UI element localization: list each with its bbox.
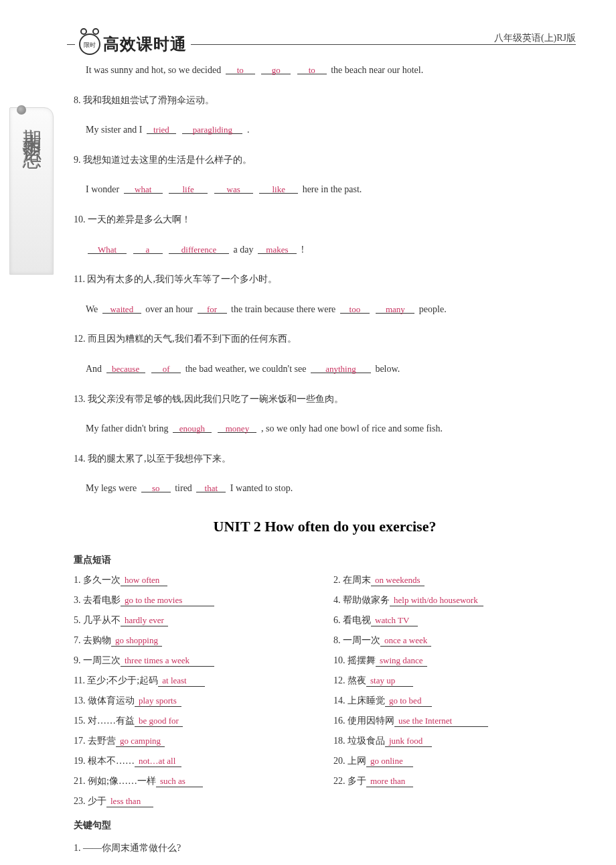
phrase-item: 10. 摇摆舞swing dance (333, 655, 576, 667)
phrase-zh: 在周末 (343, 575, 371, 585)
phrase-answer: help with/do housework (390, 595, 483, 606)
phrase-answer: go shopping (111, 635, 162, 647)
phrase-num: 2. (333, 575, 343, 585)
phrase-answer: hardly ever (121, 615, 168, 626)
phrase-item: 20. 上网go online (333, 755, 576, 767)
blank: tried (147, 122, 176, 134)
phrase-item: 18. 垃圾食品junk food (333, 735, 576, 747)
phrase-item: 2. 在周末on weekends (333, 574, 576, 586)
phrase-answer: junk food (385, 736, 432, 747)
item-9-en: I wonder what life was like here in the … (74, 181, 576, 199)
phrase-num: 5. (74, 615, 83, 625)
phrase-num: 17. (74, 736, 88, 746)
phrase-answer: be good for (135, 716, 183, 727)
blank: for (198, 302, 227, 314)
blank: enough (173, 421, 212, 433)
phrase-num: 8. (333, 635, 343, 645)
en-after: ! (301, 245, 304, 255)
phrase-answer: go to bed (385, 695, 432, 707)
phrase-answer: go online (366, 756, 413, 767)
en-before: My father didn't bring (86, 423, 168, 434)
unit-title: UNIT 2 How often do you exercise? (74, 518, 576, 535)
phrase-answer: once a week (380, 635, 431, 647)
header-right-label: 八年级英语(上)RJ版 (494, 32, 576, 44)
item-10-en: What a difference a day makes ! (74, 241, 576, 259)
phrase-zh: 少于 (88, 796, 106, 806)
phrase-item: 5. 几乎从不hardly ever (74, 614, 316, 626)
phrase-zh: 上床睡觉 (348, 695, 385, 706)
phrase-item: 23. 少于less than (74, 795, 316, 807)
item-11-zh: 11. 因为有太多的人,我们等火车等了一个多小时。 (74, 271, 576, 289)
blank: makes (258, 242, 297, 254)
blank: go (261, 62, 291, 74)
clock-icon: 限时 (79, 34, 100, 55)
en-before: I wonder (86, 184, 119, 194)
item-num: 12 (74, 334, 83, 344)
phrase-item: 9. 一周三次three times a week (74, 655, 316, 667)
item-8-en: My sister and I tried paragliding . (74, 121, 576, 139)
blank: What (88, 242, 127, 254)
phrase-item: 6. 看电视watch TV (333, 614, 576, 626)
intro-line: It was sunny and hot, so we decided to g… (74, 62, 576, 80)
phrase-num: 1. (74, 575, 83, 585)
intro-before: It was sunny and hot, so we decided (86, 65, 221, 75)
phrase-answer: go to the movies (121, 595, 214, 606)
phrase-num: 23. (74, 796, 88, 806)
phrase-item: 14. 上床睡觉go to bed (333, 695, 576, 707)
en-after: people. (419, 304, 447, 314)
item-8-zh: 8. 我和我姐姐尝试了滑翔伞运动。 (74, 92, 576, 110)
side-tab-text: 期末知识汇总 (19, 115, 44, 139)
brand-logo: 限时 高效课时通 (75, 34, 191, 55)
item-14-en: My legs were so tired that I wanted to s… (74, 480, 576, 498)
blank: was (214, 182, 253, 194)
phrase-num: 22. (333, 776, 348, 786)
item-num: 10 (74, 214, 83, 224)
phrase-num: 11. (74, 675, 87, 685)
phrase-zh: 去野营 (88, 736, 116, 746)
blank: to (226, 62, 255, 74)
blank: because (106, 361, 145, 373)
phrase-answer: stay up (366, 675, 413, 687)
phrase-item: 19. 根本不……not…at all (74, 755, 316, 767)
en-mid: over an hour (145, 304, 193, 314)
blank: waited (102, 302, 141, 314)
phrase-num: 13. (74, 695, 88, 706)
item-zh: 我父亲没有带足够的钱,因此我们只吃了一碗米饭和一些鱼肉。 (88, 394, 343, 404)
phrase-zh: 使用因特网 (348, 716, 394, 726)
phrase-zh: 多久一次 (83, 575, 121, 585)
phrase-item: 1. 多久一次how often (74, 574, 316, 586)
phrase-num: 18. (333, 736, 348, 746)
phrase-zh: 熬夜 (348, 675, 366, 685)
phrase-num: 6. (333, 615, 343, 625)
intro-after: the beach near our hotel. (331, 65, 423, 75)
item-14-zh: 14. 我的腿太累了,以至于我想停下来。 (74, 450, 576, 468)
item-zh: 因为有太多的人,我们等火车等了一个多小时。 (87, 274, 277, 284)
phrase-zh: 一周一次 (343, 635, 380, 645)
q1-zh-q: 1. ——你周末通常做什么? (74, 840, 576, 858)
phrase-answer: how often (121, 575, 167, 586)
phrase-zh: 摇摆舞 (348, 655, 376, 665)
brand-text: 高效课时通 (103, 34, 187, 55)
phrase-item: 4. 帮助做家务help with/do housework (333, 594, 576, 606)
item-9-zh: 9. 我想知道过去这里的生活是什么样子的。 (74, 151, 576, 170)
en-mid: the bad weather, we couldn't see (185, 364, 307, 374)
en-before: And (86, 364, 102, 374)
phrase-num: 10. (333, 655, 348, 665)
item-12-zh: 12. 而且因为糟糕的天气,我们看不到下面的任何东西。 (74, 330, 576, 348)
blank: difference (169, 242, 229, 254)
item-num: 11 (74, 274, 82, 284)
phrase-item: 11. 至少;不少于;起码at least (74, 675, 316, 687)
phrase-num: 3. (74, 595, 83, 605)
en-after: below. (375, 364, 400, 374)
item-12-en: And because of the bad weather, we could… (74, 360, 576, 379)
phrase-item: 21. 例如;像……一样such as (74, 775, 316, 787)
phrase-num: 9. (74, 655, 83, 665)
phrase-answer: swing dance (376, 655, 427, 667)
en-after: . (247, 125, 250, 135)
phrase-zh: 根本不…… (88, 756, 135, 766)
en-mid2: the train because there were (231, 304, 335, 314)
blank: a (133, 242, 163, 254)
phrase-num: 7. (74, 635, 83, 645)
item-13-zh: 13. 我父亲没有带足够的钱,因此我们只吃了一碗米饭和一些鱼肉。 (74, 391, 576, 409)
blank: life (169, 182, 208, 194)
